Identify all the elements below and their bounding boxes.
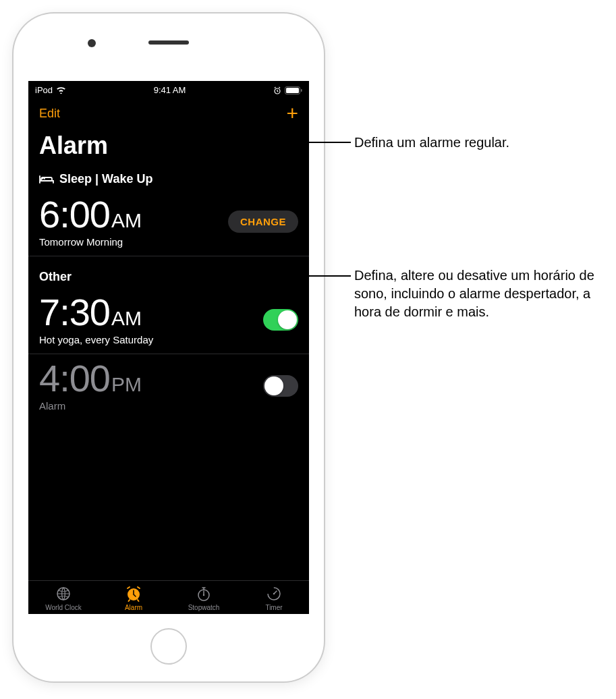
svg-point-8 (203, 594, 204, 596)
sleep-section-header: Sleep | Wake Up (28, 172, 309, 190)
alarm-status-icon (273, 86, 281, 94)
add-alarm-button[interactable]: + (286, 103, 298, 123)
camera-dot (88, 39, 96, 47)
wifi-icon (56, 86, 66, 94)
alarm-ampm-1: PM (111, 373, 142, 396)
tab-alarm[interactable]: Alarm (99, 585, 169, 611)
alarm-subtitle-1: Alarm (39, 400, 142, 412)
screen: iPod 9:41 AM Edit + Alarm (28, 81, 309, 614)
tab-stopwatch-label: Stopwatch (188, 604, 220, 611)
sleep-alarm-time-block: 6:00 AM Tomorrow Morning (39, 196, 142, 248)
page-title: Alarm (28, 126, 309, 172)
content-area: Sleep | Wake Up 6:00 AM Tomorrow Morning… (28, 172, 309, 580)
alarm-row-1[interactable]: 4:00 PM Alarm (28, 354, 309, 420)
nav-row: Edit + (28, 98, 309, 126)
alarm-time-line-1: 4:00 PM (39, 360, 142, 397)
alarm-clock-icon (125, 585, 142, 603)
status-time: 9:41 AM (154, 85, 186, 95)
status-left: iPod (35, 85, 66, 95)
tab-alarm-label: Alarm (125, 604, 142, 611)
sleep-subtitle: Tomorrow Morning (39, 236, 142, 248)
timer-icon (266, 585, 282, 603)
speaker-slot (148, 40, 189, 45)
status-bar: iPod 9:41 AM (28, 81, 309, 98)
tab-world-clock[interactable]: World Clock (28, 585, 99, 611)
change-button[interactable]: CHANGE (228, 211, 298, 233)
edit-button[interactable]: Edit (39, 107, 60, 121)
svg-rect-3 (301, 89, 302, 92)
alarm-subtitle-0: Hot yoga, every Saturday (39, 334, 153, 345)
stopwatch-icon (196, 585, 212, 603)
alarm-toggle-1[interactable] (263, 375, 298, 397)
sleep-section-label: Sleep | Wake Up (59, 172, 152, 186)
status-right (273, 86, 302, 94)
alarm-row-0[interactable]: 7:30 AM Hot yoga, every Saturday (28, 288, 309, 354)
bed-icon (39, 174, 54, 185)
callout-change: Defina, altere ou desative um horário de… (354, 267, 611, 321)
alarm-time-block-1: 4:00 PM Alarm (39, 360, 142, 412)
sleep-time: 6:00 (39, 196, 110, 233)
svg-rect-2 (286, 88, 299, 93)
toggle-knob (278, 310, 297, 329)
alarm-time-1: 4:00 (39, 360, 110, 397)
callout-line-add (300, 142, 351, 143)
tab-bar: World Clock Alarm Stopwatch Timer (28, 580, 309, 614)
tab-timer-label: Timer (265, 604, 282, 611)
alarm-time-block-0: 7:30 AM Hot yoga, every Saturday (39, 293, 153, 345)
alarm-toggle-0[interactable] (263, 309, 298, 331)
globe-icon (55, 585, 72, 603)
carrier-label: iPod (35, 85, 53, 95)
tab-stopwatch[interactable]: Stopwatch (169, 585, 239, 611)
alarm-time-line-0: 7:30 AM (39, 293, 153, 331)
other-section-header: Other (28, 256, 309, 288)
home-button[interactable] (150, 628, 187, 665)
tab-timer[interactable]: Timer (239, 585, 309, 611)
callout-add: Defina um alarme regular. (354, 134, 509, 152)
device-frame: iPod 9:41 AM Edit + Alarm (13, 13, 324, 681)
alarm-ampm-0: AM (111, 307, 142, 330)
alarm-time-0: 7:30 (39, 293, 110, 331)
callout-line-change (280, 275, 351, 277)
toggle-knob (264, 376, 283, 395)
sleep-alarm-row: 6:00 AM Tomorrow Morning CHANGE (28, 190, 309, 256)
tab-world-clock-label: World Clock (45, 604, 82, 611)
sleep-ampm: AM (111, 209, 142, 232)
sleep-time-line: 6:00 AM (39, 196, 142, 233)
battery-icon (285, 86, 302, 94)
other-section-label: Other (39, 270, 72, 284)
